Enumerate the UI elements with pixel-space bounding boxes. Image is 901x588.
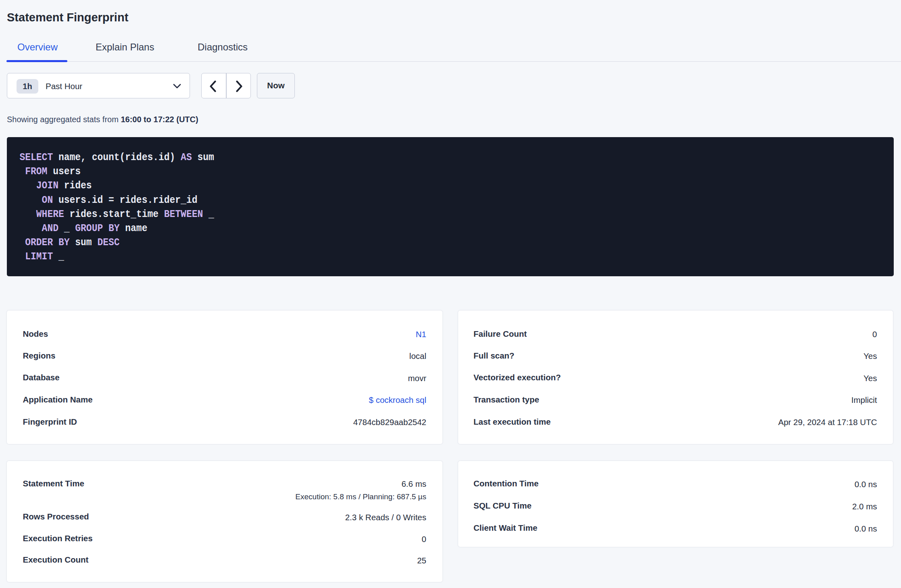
svg-text:name: name — [125, 222, 147, 234]
svg-text:rides: rides — [64, 179, 92, 192]
svg-text:BETWEEN: BETWEEN — [164, 208, 203, 220]
svg-text:DESC: DESC — [97, 236, 119, 248]
svg-text:rides.start_time: rides.start_time — [70, 208, 159, 220]
svg-text:users: users — [53, 165, 81, 177]
svg-text:SELECT: SELECT — [20, 151, 53, 163]
svg-text:JOIN: JOIN — [36, 179, 58, 192]
svg-text:_: _ — [58, 250, 64, 263]
svg-text:AS: AS — [181, 151, 192, 163]
svg-text:name, count(rides.id): name, count(rides.id) — [58, 151, 175, 163]
svg-text:AND: AND — [42, 222, 58, 234]
svg-text:_: _ — [208, 208, 214, 220]
svg-text:FROM: FROM — [25, 165, 47, 177]
svg-text:_: _ — [64, 222, 70, 234]
svg-text:WHERE: WHERE — [36, 208, 64, 220]
svg-text:sum: sum — [197, 151, 214, 163]
svg-text:ORDER BY: ORDER BY — [25, 236, 70, 248]
svg-text:users.id = rides.rider_id: users.id = rides.rider_id — [58, 194, 198, 206]
svg-text:sum: sum — [75, 236, 92, 248]
svg-text:ON: ON — [42, 194, 53, 206]
svg-text:GROUP BY: GROUP BY — [75, 222, 120, 234]
svg-text:LIMIT: LIMIT — [25, 250, 53, 263]
